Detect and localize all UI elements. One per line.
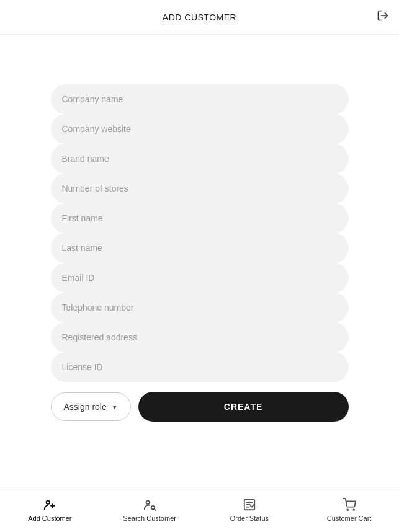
- order-status-icon: [242, 497, 257, 512]
- chevron-down-icon: ▼: [112, 404, 118, 410]
- number-of-stores-input[interactable]: [51, 174, 349, 203]
- nav-item-customer-cart[interactable]: Customer Cart: [299, 497, 399, 522]
- svg-point-4: [146, 500, 150, 504]
- search-customer-icon: [142, 497, 157, 512]
- add-customer-icon: [42, 497, 57, 512]
- page-header: ADD CUSTOMER: [0, 0, 399, 35]
- nav-item-add-customer[interactable]: Add Customer: [0, 497, 100, 522]
- license-id-input[interactable]: [51, 352, 349, 382]
- nav-label-customer-cart: Customer Cart: [327, 515, 372, 522]
- page-title: ADD CUSTOMER: [163, 12, 236, 22]
- svg-point-11: [347, 509, 348, 510]
- email-id-input[interactable]: [51, 263, 349, 293]
- svg-point-1: [47, 500, 50, 504]
- telephone-number-input[interactable]: [51, 293, 349, 322]
- nav-label-add-customer: Add Customer: [28, 515, 71, 522]
- brand-name-input[interactable]: [51, 144, 349, 174]
- nav-label-order-status: Order Status: [230, 515, 269, 522]
- svg-point-12: [353, 509, 354, 510]
- add-customer-form: Assign role ▼ CREATE: [51, 84, 349, 422]
- customer-cart-icon: [342, 497, 357, 512]
- last-name-input[interactable]: [51, 233, 349, 263]
- create-button[interactable]: CREATE: [138, 392, 349, 422]
- company-website-input[interactable]: [51, 114, 349, 144]
- nav-item-search-customer[interactable]: Search Customer: [100, 497, 200, 522]
- assign-role-button[interactable]: Assign role ▼: [51, 392, 131, 421]
- nav-label-search-customer: Search Customer: [123, 515, 176, 522]
- assign-role-label: Assign role: [64, 402, 107, 412]
- logout-button[interactable]: [377, 9, 389, 25]
- main-content: Assign role ▼ CREATE: [0, 35, 399, 489]
- bottom-nav: Add Customer Search Customer Order Statu…: [0, 489, 399, 532]
- nav-item-order-status[interactable]: Order Status: [200, 497, 300, 522]
- first-name-input[interactable]: [51, 203, 349, 233]
- company-name-input[interactable]: [51, 84, 349, 114]
- form-actions: Assign role ▼ CREATE: [51, 392, 349, 422]
- registered-address-input[interactable]: [51, 322, 349, 352]
- logout-icon: [377, 9, 389, 22]
- svg-line-6: [155, 508, 156, 510]
